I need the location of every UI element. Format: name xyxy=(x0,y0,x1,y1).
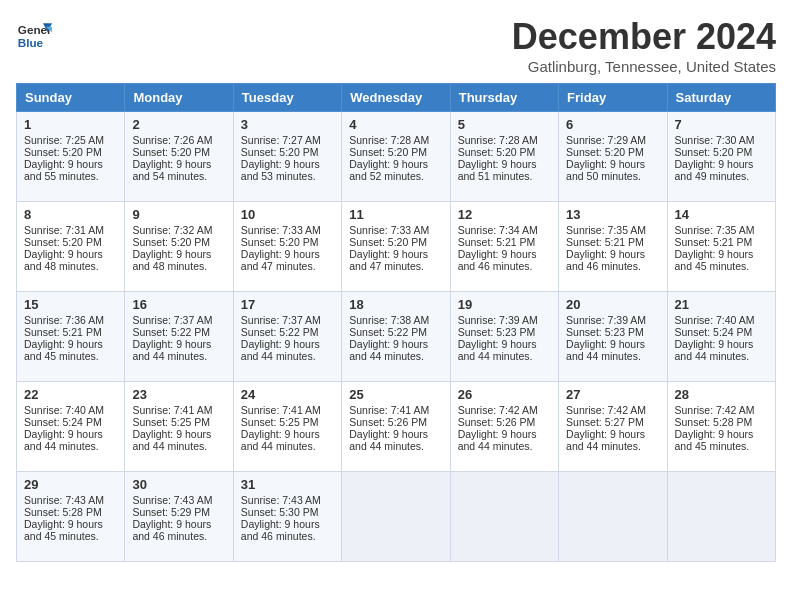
sunset-text: Sunset: 5:21 PM xyxy=(675,236,753,248)
table-row: 27 Sunrise: 7:42 AM Sunset: 5:27 PM Dayl… xyxy=(559,382,667,472)
day-number: 12 xyxy=(458,207,551,222)
sunset-text: Sunset: 5:20 PM xyxy=(132,236,210,248)
daylight-minutes: and 48 minutes. xyxy=(24,260,99,272)
sunrise-text: Sunrise: 7:28 AM xyxy=(458,134,538,146)
sunset-text: Sunset: 5:20 PM xyxy=(241,236,319,248)
sunrise-text: Sunrise: 7:36 AM xyxy=(24,314,104,326)
sunrise-text: Sunrise: 7:35 AM xyxy=(675,224,755,236)
sunrise-text: Sunrise: 7:26 AM xyxy=(132,134,212,146)
day-number: 5 xyxy=(458,117,551,132)
table-row: 18 Sunrise: 7:38 AM Sunset: 5:22 PM Dayl… xyxy=(342,292,450,382)
header-row: Sunday Monday Tuesday Wednesday Thursday… xyxy=(17,84,776,112)
sunset-text: Sunset: 5:20 PM xyxy=(24,236,102,248)
table-row: 16 Sunrise: 7:37 AM Sunset: 5:22 PM Dayl… xyxy=(125,292,233,382)
daylight-hours: Daylight: 9 hours xyxy=(458,158,537,170)
calendar-week: 22 Sunrise: 7:40 AM Sunset: 5:24 PM Dayl… xyxy=(17,382,776,472)
sunrise-text: Sunrise: 7:42 AM xyxy=(675,404,755,416)
daylight-minutes: and 47 minutes. xyxy=(349,260,424,272)
day-number: 30 xyxy=(132,477,225,492)
sunrise-text: Sunrise: 7:33 AM xyxy=(241,224,321,236)
table-row: 4 Sunrise: 7:28 AM Sunset: 5:20 PM Dayli… xyxy=(342,112,450,202)
day-number: 22 xyxy=(24,387,117,402)
day-number: 15 xyxy=(24,297,117,312)
daylight-hours: Daylight: 9 hours xyxy=(132,518,211,530)
daylight-minutes: and 44 minutes. xyxy=(675,350,750,362)
sunrise-text: Sunrise: 7:43 AM xyxy=(24,494,104,506)
day-number: 25 xyxy=(349,387,442,402)
sunset-text: Sunset: 5:20 PM xyxy=(675,146,753,158)
sunset-text: Sunset: 5:20 PM xyxy=(349,146,427,158)
daylight-hours: Daylight: 9 hours xyxy=(675,158,754,170)
calendar-week: 1 Sunrise: 7:25 AM Sunset: 5:20 PM Dayli… xyxy=(17,112,776,202)
table-row: 19 Sunrise: 7:39 AM Sunset: 5:23 PM Dayl… xyxy=(450,292,558,382)
col-friday: Friday xyxy=(559,84,667,112)
col-thursday: Thursday xyxy=(450,84,558,112)
daylight-hours: Daylight: 9 hours xyxy=(132,158,211,170)
table-row: 25 Sunrise: 7:41 AM Sunset: 5:26 PM Dayl… xyxy=(342,382,450,472)
col-tuesday: Tuesday xyxy=(233,84,341,112)
daylight-hours: Daylight: 9 hours xyxy=(132,428,211,440)
sunset-text: Sunset: 5:27 PM xyxy=(566,416,644,428)
daylight-minutes: and 46 minutes. xyxy=(458,260,533,272)
table-row xyxy=(450,472,558,562)
daylight-hours: Daylight: 9 hours xyxy=(675,248,754,260)
daylight-hours: Daylight: 9 hours xyxy=(132,338,211,350)
col-monday: Monday xyxy=(125,84,233,112)
day-number: 3 xyxy=(241,117,334,132)
daylight-minutes: and 45 minutes. xyxy=(24,350,99,362)
daylight-minutes: and 52 minutes. xyxy=(349,170,424,182)
day-number: 24 xyxy=(241,387,334,402)
daylight-minutes: and 44 minutes. xyxy=(349,440,424,452)
day-number: 4 xyxy=(349,117,442,132)
daylight-hours: Daylight: 9 hours xyxy=(675,428,754,440)
table-row: 22 Sunrise: 7:40 AM Sunset: 5:24 PM Dayl… xyxy=(17,382,125,472)
sunset-text: Sunset: 5:22 PM xyxy=(132,326,210,338)
day-number: 17 xyxy=(241,297,334,312)
calendar-body: 1 Sunrise: 7:25 AM Sunset: 5:20 PM Dayli… xyxy=(17,112,776,562)
sunset-text: Sunset: 5:20 PM xyxy=(349,236,427,248)
daylight-hours: Daylight: 9 hours xyxy=(24,248,103,260)
daylight-hours: Daylight: 9 hours xyxy=(566,428,645,440)
daylight-hours: Daylight: 9 hours xyxy=(566,158,645,170)
table-row: 15 Sunrise: 7:36 AM Sunset: 5:21 PM Dayl… xyxy=(17,292,125,382)
calendar-header: Sunday Monday Tuesday Wednesday Thursday… xyxy=(17,84,776,112)
sunrise-text: Sunrise: 7:29 AM xyxy=(566,134,646,146)
table-row: 2 Sunrise: 7:26 AM Sunset: 5:20 PM Dayli… xyxy=(125,112,233,202)
daylight-minutes: and 45 minutes. xyxy=(24,530,99,542)
day-number: 13 xyxy=(566,207,659,222)
sunset-text: Sunset: 5:29 PM xyxy=(132,506,210,518)
daylight-minutes: and 44 minutes. xyxy=(24,440,99,452)
daylight-minutes: and 53 minutes. xyxy=(241,170,316,182)
daylight-minutes: and 44 minutes. xyxy=(241,440,316,452)
table-row: 31 Sunrise: 7:43 AM Sunset: 5:30 PM Dayl… xyxy=(233,472,341,562)
daylight-hours: Daylight: 9 hours xyxy=(241,158,320,170)
table-row: 28 Sunrise: 7:42 AM Sunset: 5:28 PM Dayl… xyxy=(667,382,775,472)
col-wednesday: Wednesday xyxy=(342,84,450,112)
sunrise-text: Sunrise: 7:39 AM xyxy=(566,314,646,326)
sunrise-text: Sunrise: 7:37 AM xyxy=(132,314,212,326)
sunrise-text: Sunrise: 7:35 AM xyxy=(566,224,646,236)
day-number: 8 xyxy=(24,207,117,222)
day-number: 18 xyxy=(349,297,442,312)
daylight-hours: Daylight: 9 hours xyxy=(24,518,103,530)
day-number: 21 xyxy=(675,297,768,312)
title-block: December 2024 Gatlinburg, Tennessee, Uni… xyxy=(512,16,776,75)
table-row: 24 Sunrise: 7:41 AM Sunset: 5:25 PM Dayl… xyxy=(233,382,341,472)
calendar-subtitle: Gatlinburg, Tennessee, United States xyxy=(512,58,776,75)
table-row: 5 Sunrise: 7:28 AM Sunset: 5:20 PM Dayli… xyxy=(450,112,558,202)
table-row xyxy=(342,472,450,562)
daylight-minutes: and 49 minutes. xyxy=(675,170,750,182)
daylight-hours: Daylight: 9 hours xyxy=(458,248,537,260)
daylight-hours: Daylight: 9 hours xyxy=(241,338,320,350)
sunset-text: Sunset: 5:20 PM xyxy=(241,146,319,158)
sunset-text: Sunset: 5:22 PM xyxy=(349,326,427,338)
sunrise-text: Sunrise: 7:33 AM xyxy=(349,224,429,236)
sunset-text: Sunset: 5:21 PM xyxy=(458,236,536,248)
sunrise-text: Sunrise: 7:32 AM xyxy=(132,224,212,236)
daylight-minutes: and 44 minutes. xyxy=(241,350,316,362)
day-number: 9 xyxy=(132,207,225,222)
table-row: 10 Sunrise: 7:33 AM Sunset: 5:20 PM Dayl… xyxy=(233,202,341,292)
sunset-text: Sunset: 5:23 PM xyxy=(458,326,536,338)
daylight-minutes: and 44 minutes. xyxy=(132,440,207,452)
page-header: General Blue December 2024 Gatlinburg, T… xyxy=(16,16,776,75)
